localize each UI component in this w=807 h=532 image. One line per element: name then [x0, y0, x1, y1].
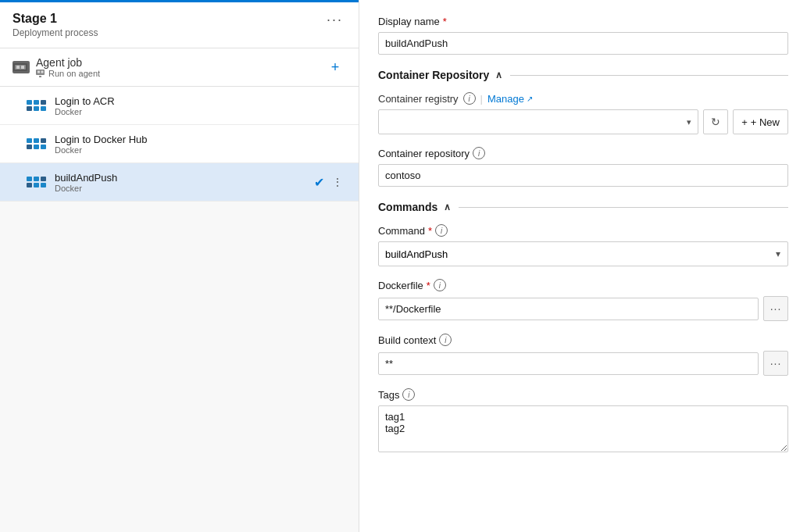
task-item-login-docker[interactable]: Login to Docker Hub Docker — [0, 125, 359, 163]
task-name-login-docker: Login to Docker Hub — [55, 134, 346, 145]
commands-chevron-icon: ∧ — [444, 202, 451, 212]
right-panel: Display name * Container Repository ∧ Co… — [359, 0, 807, 532]
build-context-label: Build context i — [378, 334, 788, 346]
display-name-group: Display name * — [378, 16, 788, 55]
tags-label: Tags i — [378, 388, 788, 401]
task-type-build-push: Docker — [55, 184, 314, 193]
commands-section: Commands ∧ — [378, 201, 788, 213]
registry-chevron-icon: ▾ — [687, 117, 691, 127]
commands-title: Commands ∧ — [378, 201, 451, 213]
container-repo-chevron-icon: ∧ — [495, 70, 502, 80]
svg-rect-7 — [39, 76, 41, 77]
build-context-input[interactable] — [378, 352, 759, 375]
agent-job-name: Agent job — [36, 56, 100, 69]
task-type-login-docker: Docker — [55, 145, 346, 155]
docker-icon-dockerhub — [25, 133, 47, 155]
plus-icon: + — [741, 116, 748, 128]
task-info-build-push: buildAndPush Docker — [55, 172, 314, 193]
dockerfile-input[interactable] — [378, 298, 759, 320]
task-list: Login to ACR Docker — [0, 87, 359, 532]
build-context-browse-button[interactable]: ··· — [763, 351, 788, 376]
command-dropdown[interactable]: buildAndPush build push login logout — [378, 241, 788, 266]
container-repository-title: Container Repository ∧ — [378, 69, 502, 81]
build-context-input-row: ··· — [378, 351, 788, 376]
dockerfile-required-star: * — [427, 280, 430, 291]
task-menu-button[interactable]: ⋮ — [329, 174, 346, 190]
task-name-build-push: buildAndPush — [55, 172, 314, 184]
container-registry-dropdown[interactable]: ▾ — [378, 109, 698, 134]
build-context-info-icon[interactable]: i — [439, 334, 452, 346]
agent-job-row: Agent job Run on agent + — [0, 48, 359, 87]
required-star: * — [443, 16, 447, 27]
container-repository-group: Container repository i — [378, 147, 788, 187]
divider-line-2 — [459, 207, 788, 208]
external-link-icon: ↗ — [527, 95, 533, 103]
container-registry-label-row: Container registry i | Manage ↗ — [378, 92, 788, 105]
tags-input[interactable]: tag1 tag2 — [378, 405, 788, 452]
task-item-build-push[interactable]: buildAndPush Docker ✔ ⋮ — [0, 163, 359, 202]
display-name-label: Display name * — [378, 16, 788, 27]
container-repository-label: Container repository i — [378, 147, 788, 159]
container-repository-input[interactable] — [378, 164, 788, 187]
run-on-agent-icon — [36, 70, 45, 77]
container-repository-info-icon[interactable]: i — [473, 147, 485, 159]
container-registry-info-icon[interactable]: i — [463, 92, 476, 105]
task-check-icon: ✔ — [314, 175, 324, 190]
task-type-login-acr: Docker — [55, 107, 346, 116]
container-registry-select-row: ▾ ↻ + + New — [378, 109, 788, 134]
command-required-star: * — [428, 225, 432, 237]
svg-rect-3 — [21, 66, 24, 69]
stage-header: Stage 1 Deployment process ··· — [0, 2, 359, 48]
agent-job-left: Agent job Run on agent — [12, 56, 100, 78]
task-actions-build-push: ✔ ⋮ — [314, 174, 346, 190]
pipe-separator: | — [480, 93, 483, 105]
docker-icon-buildpush — [25, 171, 47, 193]
stage-subtitle: Deployment process — [12, 27, 98, 38]
dockerfile-browse-button[interactable]: ··· — [763, 296, 788, 321]
agent-job-subtitle: Run on agent — [36, 69, 100, 78]
task-info-login-docker: Login to Docker Hub Docker — [55, 134, 346, 155]
docker-icon-acr — [25, 95, 47, 116]
stage-ellipsis-button[interactable]: ··· — [323, 12, 346, 28]
command-info-icon[interactable]: i — [435, 224, 448, 237]
divider-line-1 — [510, 75, 788, 76]
command-group: Command * i buildAndPush build push logi… — [378, 224, 788, 266]
refresh-button[interactable]: ↻ — [703, 109, 728, 134]
svg-rect-2 — [16, 66, 20, 69]
dockerfile-input-row: ··· — [378, 296, 788, 321]
container-registry-label: Container registry — [378, 93, 459, 105]
agent-icon — [12, 61, 30, 73]
new-registry-button[interactable]: + + New — [733, 109, 788, 134]
task-name-login-acr: Login to ACR — [55, 95, 346, 107]
tags-info-icon[interactable]: i — [402, 388, 415, 401]
task-info-login-acr: Login to ACR Docker — [55, 95, 346, 116]
svg-rect-6 — [41, 71, 44, 73]
manage-link[interactable]: Manage ↗ — [487, 93, 533, 105]
dockerfile-info-icon[interactable]: i — [434, 279, 446, 291]
tags-group: Tags i tag1 tag2 — [378, 388, 788, 455]
left-panel: Stage 1 Deployment process ··· Agent job — [0, 0, 359, 532]
container-registry-group: Container registry i | Manage ↗ ▾ ↻ + + … — [378, 92, 788, 134]
svg-rect-5 — [37, 71, 40, 73]
command-label: Command * i — [378, 224, 788, 237]
add-task-button[interactable]: + — [324, 56, 346, 78]
container-repository-section: Container Repository ∧ — [378, 69, 788, 81]
dockerfile-group: Dockerfile * i ··· — [378, 279, 788, 321]
stage-title: Stage 1 — [12, 12, 98, 26]
command-dropdown-wrapper: buildAndPush build push login logout — [378, 241, 788, 266]
display-name-input[interactable] — [378, 32, 788, 55]
dockerfile-label: Dockerfile * i — [378, 279, 788, 291]
build-context-group: Build context i ··· — [378, 334, 788, 376]
task-item-login-acr[interactable]: Login to ACR Docker — [0, 87, 359, 125]
